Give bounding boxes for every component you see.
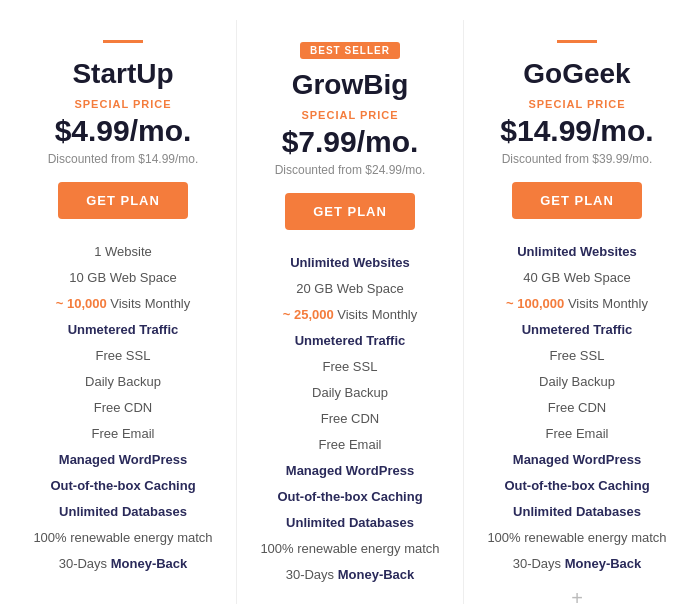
feature-item: 30-Days Money-Back — [252, 562, 448, 588]
features-list: Unlimited Websites20 GB Web Space~ 25,00… — [252, 250, 448, 588]
feature-item: 30-Days Money-Back — [479, 551, 675, 577]
plan-divider — [103, 40, 143, 43]
feature-item: Free Email — [25, 421, 221, 447]
feature-item: Managed WordPress — [479, 447, 675, 473]
feature-item: Free CDN — [25, 395, 221, 421]
get-plan-button[interactable]: GET PLAN — [285, 193, 415, 230]
feature-item: Unlimited Websites — [479, 239, 675, 265]
feature-item: Daily Backup — [252, 380, 448, 406]
feature-item: Free SSL — [479, 343, 675, 369]
plan-name: StartUp — [25, 58, 221, 90]
best-seller-badge: BEST SELLER — [300, 42, 400, 59]
feature-item: Unlimited Databases — [479, 499, 675, 525]
feature-item: Unmetered Traffic — [252, 328, 448, 354]
discounted-from: Discounted from $39.99/mo. — [479, 152, 675, 166]
feature-item: ~ 10,000 Visits Monthly — [25, 291, 221, 317]
plus-separator: + — [252, 598, 448, 604]
special-price-label: SPECIAL PRICE — [25, 98, 221, 110]
discounted-from: Discounted from $24.99/mo. — [252, 163, 448, 177]
special-price-label: SPECIAL PRICE — [252, 109, 448, 121]
get-plan-button[interactable]: GET PLAN — [58, 182, 188, 219]
plus-separator: + — [479, 587, 675, 604]
plan-price: $14.99/mo. — [479, 114, 675, 148]
plan-startup: StartUpSPECIAL PRICE$4.99/mo.Discounted … — [10, 20, 236, 597]
feature-item: Free Email — [479, 421, 675, 447]
features-list: 1 Website10 GB Web Space~ 10,000 Visits … — [25, 239, 221, 577]
plan-divider — [557, 40, 597, 43]
feature-item: 100% renewable energy match — [25, 525, 221, 551]
feature-item: Unmetered Traffic — [25, 317, 221, 343]
get-plan-button[interactable]: GET PLAN — [512, 182, 642, 219]
feature-item: 10 GB Web Space — [25, 265, 221, 291]
feature-item: 100% renewable energy match — [252, 536, 448, 562]
feature-item: Free Email — [252, 432, 448, 458]
features-list: Unlimited Websites40 GB Web Space~ 100,0… — [479, 239, 675, 577]
plan-price: $7.99/mo. — [252, 125, 448, 159]
feature-item: Free CDN — [479, 395, 675, 421]
plan-gogeek: GoGeekSPECIAL PRICE$14.99/mo.Discounted … — [464, 20, 690, 604]
feature-item: 30-Days Money-Back — [25, 551, 221, 577]
feature-item: 40 GB Web Space — [479, 265, 675, 291]
feature-item: Out-of-the-box Caching — [479, 473, 675, 499]
feature-item: Free CDN — [252, 406, 448, 432]
feature-item: Daily Backup — [479, 369, 675, 395]
feature-item: 20 GB Web Space — [252, 276, 448, 302]
feature-item: Out-of-the-box Caching — [25, 473, 221, 499]
discounted-from: Discounted from $14.99/mo. — [25, 152, 221, 166]
feature-item: Unlimited Databases — [252, 510, 448, 536]
feature-item: Unmetered Traffic — [479, 317, 675, 343]
feature-item: ~ 100,000 Visits Monthly — [479, 291, 675, 317]
feature-item: Out-of-the-box Caching — [252, 484, 448, 510]
feature-item: Free SSL — [252, 354, 448, 380]
feature-item: ~ 25,000 Visits Monthly — [252, 302, 448, 328]
feature-item: Daily Backup — [25, 369, 221, 395]
plan-name: GoGeek — [479, 58, 675, 90]
feature-item: Free SSL — [25, 343, 221, 369]
feature-item: 1 Website — [25, 239, 221, 265]
feature-item: Managed WordPress — [252, 458, 448, 484]
pricing-container: StartUpSPECIAL PRICE$4.99/mo.Discounted … — [10, 20, 690, 604]
feature-item: Unlimited Websites — [252, 250, 448, 276]
special-price-label: SPECIAL PRICE — [479, 98, 675, 110]
feature-item: Unlimited Databases — [25, 499, 221, 525]
plan-growbig: BEST SELLERGrowBigSPECIAL PRICE$7.99/mo.… — [236, 20, 464, 604]
plan-price: $4.99/mo. — [25, 114, 221, 148]
feature-item: 100% renewable energy match — [479, 525, 675, 551]
feature-item: Managed WordPress — [25, 447, 221, 473]
plan-name: GrowBig — [252, 69, 448, 101]
